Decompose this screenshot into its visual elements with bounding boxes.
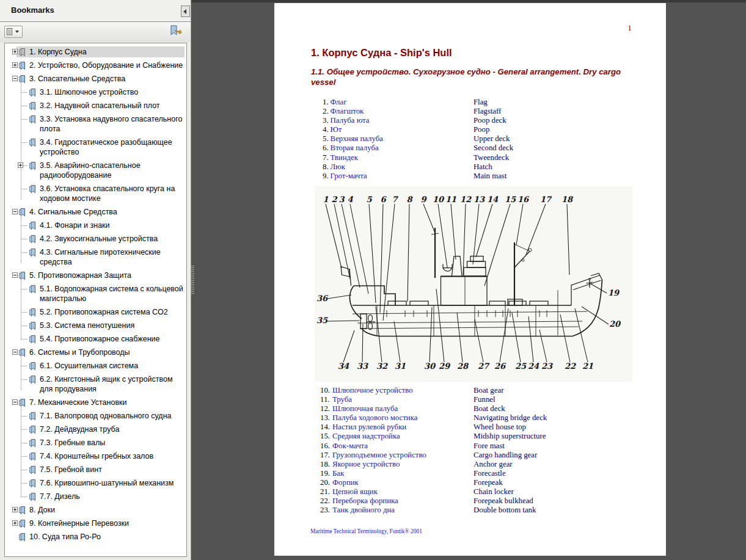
collapse-panel-button[interactable] (181, 5, 190, 17)
bookmark-row-content[interactable]: 4.1. Фонари и знаки (27, 220, 185, 231)
expander-minus-icon[interactable] (12, 272, 18, 278)
bookmark-item[interactable]: 5.3. Система пенотушения (5, 319, 186, 332)
expander-minus-icon[interactable] (12, 76, 18, 81)
bookmark-row-content[interactable]: 3.4. Гидростатическое разобщающее устрой… (27, 137, 185, 158)
bookmark-row-content[interactable]: 3.2. Надувной спасательный плот (27, 100, 185, 111)
bookmark-row-content[interactable]: 3.5. Аварйино-спасательное радиооборудов… (27, 160, 185, 181)
bookmark-item[interactable]: 5.1. Водопожарная система с кольцевой ма… (5, 282, 186, 305)
bookmark-item[interactable]: 6.2. Кингстонный ящик с устройством для … (5, 373, 186, 396)
bookmark-row-content[interactable]: 2. Устройство, Оборудование и Снабжение (16, 60, 185, 71)
expander-plus-icon[interactable] (18, 162, 23, 168)
bookmark-row-content[interactable]: 6.2. Кингстонный ящик с устройством для … (27, 374, 185, 395)
bookmark-row-content[interactable]: 5.2. Противопожарная система CO2 (27, 307, 185, 318)
bookmark-row-content[interactable]: 1. Корпус Судна (16, 46, 185, 57)
bookmark-item[interactable]: 3.4. Гидростатическое разобщающее устрой… (5, 136, 186, 159)
bookmark-item[interactable]: 4.1. Фонари и знаки (5, 219, 186, 232)
term-russian-link[interactable]: Грузоподъемное устройство (332, 451, 426, 460)
bookmark-row-content[interactable]: 3.6. Установка спасательного круга на хо… (27, 183, 185, 204)
bookmark-item[interactable]: 10. Суда типа Ро-Ро (5, 530, 186, 544)
bookmark-row-content[interactable]: 9. Контейнерные Перевозки (16, 518, 185, 529)
bookmark-item[interactable]: 2. Устройство, Оборудование и Снабжение (5, 59, 186, 72)
bookmark-item[interactable]: 3.6. Установка спасательного круга на хо… (5, 182, 186, 205)
bookmark-item[interactable]: 6. Системы и Трубопроводы (5, 346, 186, 359)
bookmark-item[interactable]: 9. Контейнерные Перевозки (5, 517, 186, 530)
term-russian-link[interactable]: Танк двойного дна (332, 506, 395, 515)
expander-plus-icon[interactable] (12, 507, 18, 512)
expander-plus-icon[interactable] (12, 49, 18, 54)
term-russian-link[interactable]: Твиндек (331, 153, 358, 162)
term-russian-link[interactable]: Переборка форпика (332, 496, 398, 506)
bookmark-item[interactable]: 7.1. Валопровод одновального судна (5, 409, 186, 423)
expander-plus-icon[interactable] (12, 520, 18, 526)
term-russian-link[interactable]: Форпик (332, 478, 359, 487)
bookmark-row-content[interactable]: 6. Системы и Трубопроводы (16, 347, 185, 358)
expand-current-bookmark-button[interactable] (169, 24, 182, 38)
bookmark-row-content[interactable]: 10. Суда типа Ро-Ро (16, 531, 185, 542)
term-russian-link[interactable]: Флагшток (331, 107, 364, 116)
bookmark-row-content[interactable]: 4.2. Звукосигнальные устройства (27, 233, 185, 244)
bookmark-row-content[interactable]: 6.1. Осушительная система (27, 360, 185, 371)
bookmark-item[interactable]: 5.2. Противопожарная система CO2 (5, 305, 186, 319)
term-russian-link[interactable]: Фок-мачта (332, 442, 368, 451)
term-russian-link[interactable]: Якорное устройство (332, 460, 400, 469)
term-russian-link[interactable]: Грот-мачта (331, 172, 367, 181)
bookmark-row-content[interactable]: 3. Спасательные Средства (16, 73, 185, 84)
expander-minus-icon[interactable] (12, 349, 18, 355)
bookmark-item[interactable]: 7.2. Дейдвудная труба (5, 423, 186, 436)
bookmark-row-content[interactable]: 7.5. Гребной винт (27, 464, 185, 475)
expander-plus-icon[interactable] (12, 62, 18, 68)
bookmark-row-content[interactable]: 5.3. Система пенотушения (27, 320, 185, 331)
bookmark-row-content[interactable]: 7.7. Дизель (27, 491, 185, 502)
term-russian-link[interactable]: Цепной ящик (332, 487, 378, 496)
panel-splitter-handle[interactable] (191, 264, 194, 294)
bookmark-item[interactable]: 3.3. Установка надувного спасательного п… (5, 112, 186, 136)
bookmark-options-button[interactable] (4, 26, 23, 38)
bookmark-item[interactable]: 5.4. Противопожарное снабжение (5, 332, 186, 346)
term-russian-link[interactable]: Средняя надстройка (332, 432, 400, 441)
bookmark-item[interactable]: 3.1. Шлюпочное устройство (5, 85, 186, 99)
term-russian-link[interactable]: Палуба юта (331, 116, 370, 125)
term-russian-link[interactable]: Флаг (331, 98, 347, 107)
term-russian-link[interactable]: Люк (331, 162, 345, 172)
bookmark-row-content[interactable]: 7.6. Кривошипно-шатунный механизм (27, 478, 185, 489)
term-russian-link[interactable]: Шлюпочное устройство (332, 386, 413, 395)
term-russian-link[interactable]: Труба (332, 395, 352, 404)
bookmark-row-content[interactable]: 7.2. Дейдвудная труба (27, 424, 185, 435)
bookmark-item[interactable]: 7.5. Гребной винт (5, 463, 186, 476)
bookmark-item[interactable]: 3. Спасательные Средства (5, 72, 186, 85)
term-russian-link[interactable]: Вторая палуба (331, 144, 379, 153)
bookmark-row-content[interactable]: 3.1. Шлюпочное устройство (27, 87, 185, 98)
bookmark-row-content[interactable]: 5.1. Водопожарная система с кольцевой ма… (27, 283, 185, 304)
term-russian-link[interactable]: Верхняя палуба (331, 134, 383, 144)
bookmark-item[interactable]: 7.4. Кронштейны гребных залов (5, 449, 186, 463)
bookmark-row-content[interactable]: 7.1. Валопровод одновального судна (27, 410, 185, 421)
bookmark-item[interactable]: 4.3. Сигнальные пиротехнические средства (5, 245, 186, 269)
bookmark-row-content[interactable]: 4. Сигнальные Средства (16, 206, 185, 217)
term-russian-link[interactable]: Ют (331, 125, 342, 134)
bookmark-row-content[interactable]: 5.4. Противопожарное снабжение (27, 333, 185, 344)
term-russian-link[interactable]: Палуба ходового мостика (332, 413, 417, 423)
bookmark-item[interactable]: 3.2. Надувной спасательный плот (5, 99, 186, 112)
bookmark-item[interactable]: 8. Доки (5, 503, 186, 517)
expander-minus-icon[interactable] (12, 209, 18, 214)
bookmark-item[interactable]: 4. Сигнальные Средства (5, 205, 186, 219)
bookmark-item[interactable]: 3.5. Аварйино-спасательное радиооборудов… (5, 159, 186, 182)
bookmark-item[interactable]: 7.6. Кривошипно-шатунный механизм (5, 476, 186, 490)
bookmark-item[interactable]: 7.3. Гребные валы (5, 436, 186, 449)
term-russian-link[interactable]: Бак (332, 469, 344, 478)
bookmark-row-content[interactable]: 7.4. Кронштейны гребных залов (27, 451, 185, 462)
bookmark-item[interactable]: 1. Корпус Судна (5, 45, 186, 59)
bookmark-row-content[interactable]: 5. Противопожарная Защита (16, 270, 185, 281)
bookmark-item[interactable]: 4.2. Звукосигнальные устройства (5, 232, 186, 245)
bookmark-row-content[interactable]: 4.3. Сигнальные пиротехнические средства (27, 247, 185, 267)
bookmark-row-content[interactable]: 7. Механические Установки (16, 397, 185, 408)
expander-minus-icon[interactable] (12, 399, 18, 405)
bookmark-row-content[interactable]: 7.3. Гребные валы (27, 437, 185, 448)
bookmark-item[interactable]: 5. Противопожарная Защита (5, 269, 186, 282)
bookmark-item[interactable]: 6.1. Осушительная система (5, 359, 186, 373)
term-russian-link[interactable]: Шлюпочная палуба (332, 404, 398, 413)
term-russian-link[interactable]: Настил рулевой рубки (332, 423, 406, 432)
bookmark-row-content[interactable]: 3.3. Установка надувного спасательного п… (27, 114, 185, 134)
bookmark-item[interactable]: 7. Механические Установки (5, 396, 186, 409)
bookmark-row-content[interactable]: 8. Доки (16, 504, 185, 515)
